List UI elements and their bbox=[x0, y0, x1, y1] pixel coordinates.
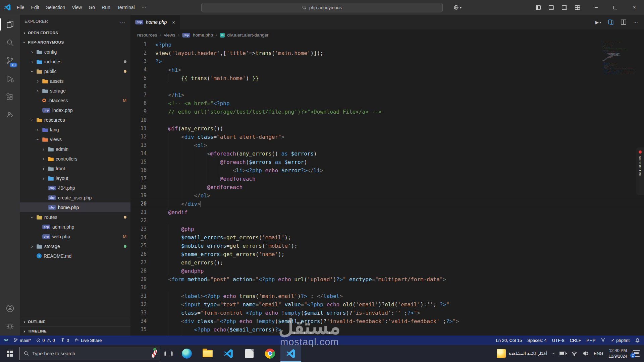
menu-file[interactable]: File bbox=[13, 5, 28, 10]
settings-gear-icon[interactable] bbox=[0, 317, 20, 336]
tree-item-admin-php[interactable]: ›phpadmin.php bbox=[20, 222, 130, 232]
formatter-item[interactable]: ✓ phpfmt bbox=[611, 338, 630, 343]
tree-item-storage[interactable]: ›storage bbox=[20, 241, 130, 251]
taskbar-edge[interactable] bbox=[176, 345, 197, 362]
code-line-24[interactable]: 24 $email_errors=get_errors('email'); bbox=[130, 233, 644, 242]
tree-item-storage[interactable]: ›storage bbox=[20, 86, 130, 96]
code-line-16[interactable]: 16 <li><?php echo $error?></li> bbox=[130, 166, 644, 175]
code-line-22[interactable]: 22 bbox=[130, 217, 644, 225]
run-button[interactable]: ▶ ▾ bbox=[595, 20, 601, 25]
tree-item-layout[interactable]: ›layout bbox=[20, 173, 130, 183]
code-line-36[interactable]: 36 </div> bbox=[130, 334, 644, 336]
breadcrumb-resources[interactable]: resources bbox=[137, 33, 157, 38]
explorer-icon[interactable] bbox=[0, 15, 20, 34]
tree-item-public[interactable]: ›public bbox=[20, 66, 130, 76]
project-section[interactable]: › PHP-ANONYMOUS bbox=[20, 38, 130, 47]
code-line-9[interactable]: 9 // echo url('storage/test/test/file.pn… bbox=[130, 108, 644, 116]
tree-item-admin[interactable]: ›admin bbox=[20, 144, 130, 154]
remote-indicator[interactable]: >< bbox=[4, 338, 8, 343]
tab-home-php[interactable]: php home.php × bbox=[130, 15, 180, 29]
eol-sequence[interactable]: CRLF bbox=[570, 338, 581, 343]
code-line-14[interactable]: 14 <@foreach(any_errors() as $errors) bbox=[130, 149, 644, 158]
code-line-11[interactable]: 11 @if(any_errors()) bbox=[130, 124, 644, 133]
tree-item-lang[interactable]: ›lang bbox=[20, 125, 130, 134]
command-center-search[interactable]: php-anonymous bbox=[201, 3, 443, 12]
tree-item-views[interactable]: ›views bbox=[20, 134, 130, 144]
tree-item-readme-md[interactable]: ›iREADME.md bbox=[20, 251, 130, 261]
screen-recorder-widget[interactable]: screenrec bbox=[636, 147, 644, 195]
open-editors-section[interactable]: › OPEN EDITORS bbox=[20, 28, 130, 38]
code-line-13[interactable]: 13 <ol> bbox=[130, 141, 644, 149]
input-language[interactable]: ENG bbox=[594, 351, 603, 356]
menu-selection[interactable]: Selection bbox=[43, 5, 69, 10]
customize-layout-icon[interactable] bbox=[575, 5, 580, 10]
minimap[interactable]: <?phpview('layout.header',['title'=>tran… bbox=[601, 41, 641, 336]
taskbar-vscode[interactable] bbox=[218, 345, 239, 362]
code-line-34[interactable]: 34 <div class="<?php echo !empty($email_… bbox=[130, 317, 644, 325]
tray-expand-icon[interactable]: › bbox=[550, 353, 556, 354]
menu-overflow[interactable]: ··· bbox=[138, 5, 150, 10]
tree-item-create-user-php[interactable]: ›phpcreate_user.php bbox=[20, 193, 130, 202]
outline-section[interactable]: › OUTLINE bbox=[20, 317, 130, 326]
tree-item-config[interactable]: ›config bbox=[20, 47, 130, 57]
menu-edit[interactable]: Edit bbox=[28, 5, 43, 10]
code-line-32[interactable]: 32 <input type="text" name="email" value… bbox=[130, 300, 644, 309]
tree-item-index-php[interactable]: ›phpindex.php bbox=[20, 105, 130, 115]
taskbar-file-explorer[interactable] bbox=[197, 345, 218, 362]
code-line-21[interactable]: 21 @endif bbox=[130, 208, 644, 217]
code-line-18[interactable]: 18 @endforeach bbox=[130, 183, 644, 191]
code-line-25[interactable]: 25 $mobile_errors=get_errors('mobile'); bbox=[130, 242, 644, 250]
code-line-12[interactable]: 12 <div class="alert alert-danger"> bbox=[130, 133, 644, 141]
ports-item[interactable]: 0 bbox=[60, 338, 69, 343]
code-line-29[interactable]: 29 <form method="post" action="<?php ech… bbox=[130, 275, 644, 284]
menu-terminal[interactable]: Terminal bbox=[114, 5, 138, 10]
code-line-4[interactable]: 4 <h1> bbox=[130, 66, 644, 74]
split-editor-icon[interactable] bbox=[621, 19, 627, 25]
code-line-33[interactable]: 33 class="form-control <?php echo !empty… bbox=[130, 309, 644, 317]
live-share-icon[interactable] bbox=[0, 106, 20, 124]
tree-item--htaccess[interactable]: ›.htaccessM bbox=[20, 96, 130, 105]
accounts-icon[interactable] bbox=[0, 299, 20, 317]
live-share-item[interactable]: Live Share bbox=[74, 338, 102, 343]
breadcrumb-symbol[interactable]: div.alert.alert-danger bbox=[227, 33, 269, 38]
intelephense-item[interactable] bbox=[601, 338, 605, 343]
code-line-5[interactable]: 5 {{ trans('main.home') }} bbox=[130, 74, 644, 82]
code-line-10[interactable]: 10 bbox=[130, 116, 644, 124]
close-button[interactable]: × bbox=[625, 0, 644, 15]
explorer-more-actions[interactable]: ··· bbox=[120, 19, 126, 24]
editor-more-actions[interactable]: ··· bbox=[633, 19, 638, 25]
news-widget[interactable]: أفكار قائمة المشاهدة bbox=[497, 349, 547, 358]
code-line-26[interactable]: 26 $name_errors=get_errors('name'); bbox=[130, 250, 644, 258]
extensions-icon[interactable] bbox=[0, 88, 20, 106]
code-editor[interactable]: 1<?php2view('layout.header',['title'=>tr… bbox=[130, 41, 644, 336]
breadcrumb-views[interactable]: views bbox=[164, 33, 175, 38]
clock[interactable]: 12:40 PM 12/9/2024 bbox=[608, 348, 627, 359]
tree-item-assets[interactable]: ›assets bbox=[20, 76, 130, 86]
code-line-30[interactable]: 30 bbox=[130, 284, 644, 292]
timeline-section[interactable]: › TIMELINE bbox=[20, 326, 130, 336]
code-line-7[interactable]: 7 </h1> bbox=[130, 91, 644, 99]
open-changes-icon[interactable] bbox=[608, 19, 614, 25]
code-line-8[interactable]: 8 <!-- <a href="<?php bbox=[130, 99, 644, 108]
taskbar-app[interactable] bbox=[239, 345, 260, 362]
tree-item-routes[interactable]: ›routes bbox=[20, 212, 130, 222]
taskbar-search[interactable]: Type here to search bbox=[19, 347, 160, 360]
browser-preview-button[interactable]: ▾ bbox=[453, 5, 462, 10]
code-line-20[interactable]: 20 </div> bbox=[130, 200, 644, 208]
run-debug-icon[interactable] bbox=[0, 70, 20, 88]
language-mode[interactable]: PHP bbox=[587, 338, 596, 343]
code-line-6[interactable]: 6 bbox=[130, 82, 644, 91]
wifi-icon[interactable] bbox=[571, 351, 577, 356]
source-control-icon[interactable]: 10 bbox=[0, 52, 20, 70]
menu-run[interactable]: Run bbox=[98, 5, 114, 10]
tree-item-front[interactable]: ›front bbox=[20, 164, 130, 173]
encoding[interactable]: UTF-8 bbox=[552, 338, 565, 343]
cursor-position[interactable]: Ln 20, Col 15 bbox=[496, 338, 522, 343]
code-line-1[interactable]: 1<?php bbox=[130, 41, 644, 49]
notifications-bell[interactable] bbox=[635, 338, 640, 343]
tree-item-404-php[interactable]: ›php404.php bbox=[20, 183, 130, 193]
taskbar-chrome[interactable] bbox=[260, 345, 280, 362]
breadcrumb-home-php[interactable]: home.php bbox=[193, 33, 213, 38]
notification-center-icon[interactable]: 2 bbox=[633, 350, 640, 357]
code-line-17[interactable]: 17 @endforeach bbox=[130, 175, 644, 183]
